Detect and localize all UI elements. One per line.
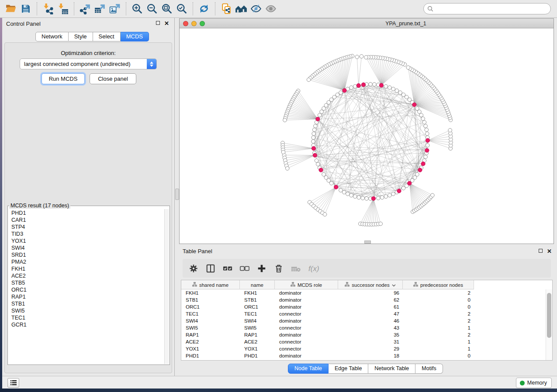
table-row[interactable]: RAP1RAP1dominator352 — [181, 331, 546, 338]
tab-network-table[interactable]: Network Table — [368, 364, 415, 374]
memory-button[interactable]: Memory — [516, 378, 552, 388]
mcds-result-item[interactable]: SRD1 — [11, 251, 170, 258]
table-cell: dominator — [275, 296, 338, 303]
show-column-panel-button[interactable] — [205, 263, 216, 274]
first-neighbors-button[interactable] — [235, 2, 248, 15]
table-cell: dominator — [275, 352, 338, 359]
hide-selected-button[interactable] — [249, 2, 263, 15]
import-network-button[interactable] — [42, 2, 55, 15]
tab-select[interactable]: Select — [93, 32, 121, 41]
table-row[interactable]: TEC1TEC1connector472 — [181, 310, 546, 317]
open-session-button[interactable] — [4, 2, 17, 15]
zoom-in-button[interactable] — [131, 2, 144, 15]
refresh-button[interactable] — [197, 2, 211, 15]
show-all-button[interactable] — [264, 2, 277, 15]
export-table-button[interactable] — [93, 2, 107, 15]
run-mcds-button[interactable]: Run MCDS — [42, 73, 85, 84]
close-panel-button[interactable]: Close panel — [90, 73, 136, 84]
column-header-shared-name[interactable]: shared name — [181, 280, 240, 289]
mcds-result-item[interactable]: PMA2 — [11, 258, 170, 265]
clone-network-button[interactable] — [220, 2, 233, 15]
window-maximize-icon[interactable] — [200, 21, 205, 26]
export-image-icon — [109, 3, 121, 14]
mcds-result-item[interactable]: PHD1 — [11, 210, 170, 217]
function-builder-button[interactable]: f(x) — [308, 263, 322, 274]
mcds-result-item[interactable]: STB5 — [11, 279, 170, 286]
export-image-button[interactable] — [108, 2, 121, 15]
optimization-criterion-select[interactable]: largest connected component (undirected) — [20, 58, 157, 69]
mcds-result-item[interactable]: STB1 — [11, 300, 170, 307]
search-input[interactable] — [423, 3, 551, 14]
mcds-result-item[interactable]: ORC1 — [11, 286, 170, 293]
control-panel-close-button[interactable]: ✕ — [164, 21, 170, 26]
create-column-button[interactable] — [256, 263, 267, 274]
mcds-result-item[interactable]: FKH1 — [11, 265, 170, 272]
table-cell: 2 — [403, 317, 474, 324]
unselect-all-columns-button[interactable] — [239, 263, 250, 274]
mcds-result-item[interactable]: TID3 — [11, 230, 170, 237]
import-table-button[interactable] — [56, 2, 69, 15]
network-graph[interactable] — [180, 28, 554, 244]
table-row[interactable]: ACE2ACE2connector311 — [181, 338, 546, 345]
column-header-predecessor-nodes[interactable]: predecessor nodes — [403, 280, 474, 289]
table-row[interactable]: STB1STB1dominator620 — [181, 296, 546, 303]
automation-panel-button[interactable] — [7, 378, 19, 388]
mcds-result-item[interactable]: RAP1 — [11, 293, 170, 300]
export-network-button[interactable] — [79, 2, 92, 15]
mcds-result-item[interactable]: TEC1 — [11, 314, 170, 321]
optimization-criterion-value: largest connected component (undirected) — [24, 61, 131, 67]
mcds-list-scrollbar[interactable] — [164, 209, 169, 364]
table-row[interactable]: SWI4SWI4dominator462 — [181, 317, 546, 324]
column-header-successor-nodes[interactable]: successor nodes — [338, 280, 403, 289]
table-settings-button[interactable] — [188, 263, 199, 274]
zoom-fit-icon — [161, 3, 173, 14]
clone-network-icon — [221, 3, 232, 14]
mcds-result-item[interactable]: SWI4 — [11, 244, 170, 251]
tab-node-table[interactable]: Node Table — [288, 364, 329, 374]
tab-style[interactable]: Style — [69, 32, 93, 41]
table-row[interactable]: FKH1FKH1dominator962 — [181, 289, 546, 296]
main-toolbar — [0, 0, 557, 18]
tab-network[interactable]: Network — [35, 32, 69, 41]
mcds-result-box: MCDS result (17 nodes) PHD1CAR1STP4TID3Y… — [7, 203, 170, 365]
table-vertical-scrollbar[interactable] — [546, 289, 552, 360]
mcds-result-item[interactable]: SWI5 — [11, 307, 170, 314]
table-cell: dominator — [275, 303, 338, 310]
table-row[interactable]: ORC1ORC1dominator610 — [181, 303, 546, 310]
delete-column-button[interactable] — [273, 263, 284, 274]
panel-splitter-handle[interactable] — [175, 189, 179, 200]
horizontal-splitter-handle[interactable] — [364, 241, 371, 244]
network-canvas[interactable] — [180, 28, 554, 244]
network-window-titlebar[interactable]: YPA_prune.txt_1 — [180, 19, 554, 28]
mcds-result-item[interactable]: GCR1 — [11, 321, 170, 328]
column-header-name[interactable]: name — [240, 280, 275, 289]
table-cell: 2 — [403, 310, 474, 317]
delete-table-button[interactable] — [291, 263, 301, 274]
control-panel-float-button[interactable] — [156, 21, 161, 26]
mcds-result-item[interactable]: STP4 — [11, 224, 170, 230]
table-panel-close-button[interactable]: ✕ — [547, 249, 552, 254]
select-all-columns-button[interactable] — [222, 263, 233, 274]
table-row[interactable]: YOX1YOX1connector291 — [181, 345, 546, 352]
save-session-button[interactable] — [19, 2, 32, 15]
tab-edge-table[interactable]: Edge Table — [329, 364, 368, 374]
table-cell: TEC1 — [240, 310, 275, 317]
table-panel-float-button[interactable] — [539, 249, 544, 254]
window-close-icon[interactable] — [183, 21, 188, 26]
scrollbar-thumb[interactable] — [547, 293, 551, 338]
mcds-result-item[interactable]: CAR1 — [11, 217, 170, 224]
zoom-selected-button[interactable] — [175, 2, 188, 15]
zoom-out-button[interactable] — [145, 2, 159, 15]
table-cell: FKH1 — [240, 289, 275, 296]
app-window: Control Panel ✕ NetworkStyleSelectMCDS O… — [0, 0, 557, 392]
mcds-result-item[interactable]: ACE2 — [11, 272, 170, 279]
tab-motifs[interactable]: Motifs — [415, 364, 443, 374]
tab-mcds[interactable]: MCDS — [121, 32, 149, 41]
column-header-MCDS-role[interactable]: MCDS role — [275, 280, 338, 289]
table-row[interactable]: SWI5SWI5connector431 — [181, 324, 546, 331]
mcds-result-item[interactable]: YOX1 — [11, 237, 170, 244]
window-minimize-icon[interactable] — [191, 21, 197, 26]
table-row[interactable]: PHD1PHD1dominator180 — [181, 352, 546, 359]
import-table-icon — [57, 3, 69, 14]
zoom-fit-button[interactable] — [160, 2, 173, 15]
